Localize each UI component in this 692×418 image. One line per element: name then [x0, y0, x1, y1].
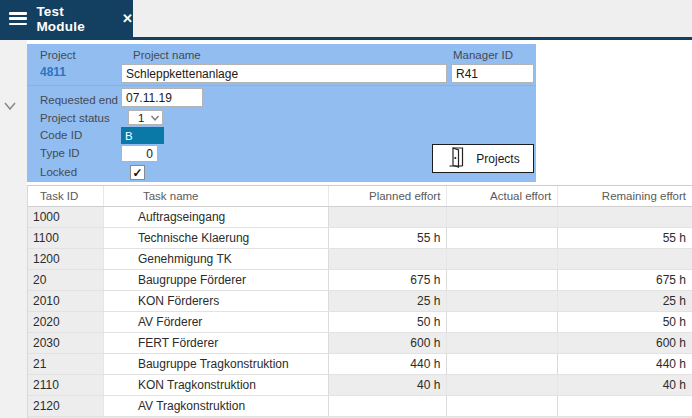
remaining-effort-cell[interactable] [558, 396, 692, 416]
actual-effort-cell[interactable] [447, 228, 558, 248]
panel-divider [27, 85, 536, 86]
planned-effort-cell[interactable]: 55 h [329, 228, 448, 248]
tab-bar: Test Module ✕ [0, 0, 692, 40]
column-header-task-name[interactable]: Task name [104, 186, 329, 206]
projects-button-label: Projects [476, 152, 519, 166]
task-name-cell[interactable]: AV Tragkonstruktion [104, 396, 329, 416]
table-row[interactable]: 2030 FERT Förderer 600 h 600 h [28, 333, 692, 354]
table-row[interactable]: 1000 Auftragseingang [28, 207, 692, 228]
task-name-cell[interactable]: Baugruppe Tragkonstruktion [104, 354, 329, 374]
task-name-cell[interactable]: KON Tragkonstruktion [104, 375, 329, 395]
planned-effort-cell[interactable]: 50 h [329, 312, 448, 332]
table-row[interactable]: 2010 KON Förderers 25 h 25 h [28, 291, 692, 312]
manager-id-label: Manager ID [453, 49, 513, 61]
task-name-cell[interactable]: Genehmigung TK [104, 249, 329, 269]
planned-effort-cell[interactable]: 675 h [329, 270, 448, 290]
task-table-header: Task ID Task name Planned effort Actual … [28, 186, 692, 207]
tab-test-module[interactable]: Test Module ✕ [0, 0, 133, 37]
close-icon[interactable]: ✕ [122, 12, 133, 25]
actual-effort-cell[interactable] [447, 354, 558, 374]
table-row[interactable]: 2110 KON Tragkonstruktion 40 h 40 h [28, 375, 692, 396]
task-name-cell[interactable]: Baugruppe Förderer [104, 270, 329, 290]
remaining-effort-cell[interactable]: 40 h [558, 375, 692, 395]
remaining-effort-cell[interactable]: 25 h [558, 291, 692, 311]
actual-effort-cell[interactable] [447, 333, 558, 353]
project-status-value: 1 [138, 112, 144, 124]
planned-effort-cell[interactable] [329, 249, 448, 269]
column-header-planned-effort[interactable]: Planned effort [329, 186, 448, 206]
project-name-label: Project name [133, 49, 201, 61]
remaining-effort-cell[interactable]: 440 h [558, 354, 692, 374]
task-id-cell[interactable]: 2120 [28, 396, 104, 416]
task-id-cell[interactable]: 20 [28, 270, 104, 290]
code-id-field[interactable]: B [121, 127, 164, 144]
task-id-cell[interactable]: 2020 [28, 312, 104, 332]
tab-title: Test Module [36, 4, 110, 34]
task-table-body: 1000 Auftragseingang 1100 Technische Kla… [28, 207, 692, 417]
table-row[interactable]: 2120 AV Tragkonstruktion [28, 396, 692, 417]
task-id-cell[interactable]: 2110 [28, 375, 104, 395]
collapse-chevron-icon[interactable] [3, 100, 17, 112]
actual-effort-cell[interactable] [447, 207, 558, 227]
task-name-cell[interactable]: Auftragseingang [104, 207, 329, 227]
task-id-cell[interactable]: 2030 [28, 333, 104, 353]
task-id-cell[interactable]: 1000 [28, 207, 104, 227]
projects-button[interactable]: Projects [432, 144, 534, 173]
table-row[interactable]: 21 Baugruppe Tragkonstruktion 440 h 440 … [28, 354, 692, 375]
remaining-effort-cell[interactable]: 675 h [558, 270, 692, 290]
task-name-cell[interactable]: FERT Förderer [104, 333, 329, 353]
task-id-cell[interactable]: 1100 [28, 228, 104, 248]
project-status-select[interactable]: 1 [128, 110, 163, 125]
planned-effort-cell[interactable]: 40 h [329, 375, 448, 395]
column-header-task-id[interactable]: Task ID [28, 186, 104, 206]
table-row[interactable]: 20 Baugruppe Förderer 675 h 675 h [28, 270, 692, 291]
remaining-effort-cell[interactable]: 55 h [558, 228, 692, 248]
type-id-input[interactable]: 0 [121, 145, 158, 162]
actual-effort-cell[interactable] [447, 396, 558, 416]
project-id-value[interactable]: 4811 [40, 65, 66, 79]
remaining-effort-cell[interactable]: 600 h [558, 333, 692, 353]
task-id-cell[interactable]: 2010 [28, 291, 104, 311]
task-table: Task ID Task name Planned effort Actual … [27, 185, 692, 418]
planned-effort-cell[interactable]: 440 h [329, 354, 448, 374]
actual-effort-cell[interactable] [447, 312, 558, 332]
actual-effort-cell[interactable] [447, 291, 558, 311]
planned-effort-cell[interactable] [329, 396, 448, 416]
task-name-cell[interactable]: KON Förderers [104, 291, 329, 311]
locked-label: Locked [40, 166, 77, 178]
code-id-label: Code ID [40, 129, 82, 141]
project-label: Project [40, 49, 76, 61]
column-header-remaining-effort[interactable]: Remaining effort [558, 186, 692, 206]
column-header-actual-effort[interactable]: Actual effort [447, 186, 558, 206]
left-margin-strip [0, 40, 27, 418]
task-id-cell[interactable]: 1200 [28, 249, 104, 269]
actual-effort-cell[interactable] [447, 375, 558, 395]
table-row[interactable]: 1200 Genehmigung TK [28, 249, 692, 270]
remaining-effort-cell[interactable]: 50 h [558, 312, 692, 332]
menu-icon[interactable] [9, 12, 27, 25]
requested-end-input[interactable]: 07.11.19 [121, 88, 203, 107]
project-status-label: Project status [40, 112, 110, 124]
remaining-effort-cell[interactable] [558, 207, 692, 227]
project-name-input[interactable]: Schleppkettenanlage [121, 64, 447, 83]
planned-effort-cell[interactable]: 600 h [329, 333, 448, 353]
checkmark-icon: ✓ [132, 167, 142, 179]
app-window: Test Module ✕ Project Project name Manag… [0, 0, 692, 418]
chevron-down-icon [150, 114, 160, 122]
manager-id-input[interactable]: R41 [451, 64, 534, 83]
task-id-cell[interactable]: 21 [28, 354, 104, 374]
table-row[interactable]: 2020 AV Förderer 50 h 50 h [28, 312, 692, 333]
remaining-effort-cell[interactable] [558, 249, 692, 269]
project-form-panel: Project Project name Manager ID 4811 Sch… [27, 44, 536, 182]
planned-effort-cell[interactable]: 25 h [329, 291, 448, 311]
actual-effort-cell[interactable] [447, 270, 558, 290]
type-id-label: Type ID [40, 147, 80, 159]
task-name-cell[interactable]: Technische Klaerung [104, 228, 329, 248]
planned-effort-cell[interactable] [329, 207, 448, 227]
task-name-cell[interactable]: AV Förderer [104, 312, 329, 332]
tab-bar-underline [0, 37, 692, 40]
locked-checkbox[interactable]: ✓ [130, 165, 145, 180]
door-icon [446, 145, 468, 172]
table-row[interactable]: 1100 Technische Klaerung 55 h 55 h [28, 228, 692, 249]
actual-effort-cell[interactable] [447, 249, 558, 269]
